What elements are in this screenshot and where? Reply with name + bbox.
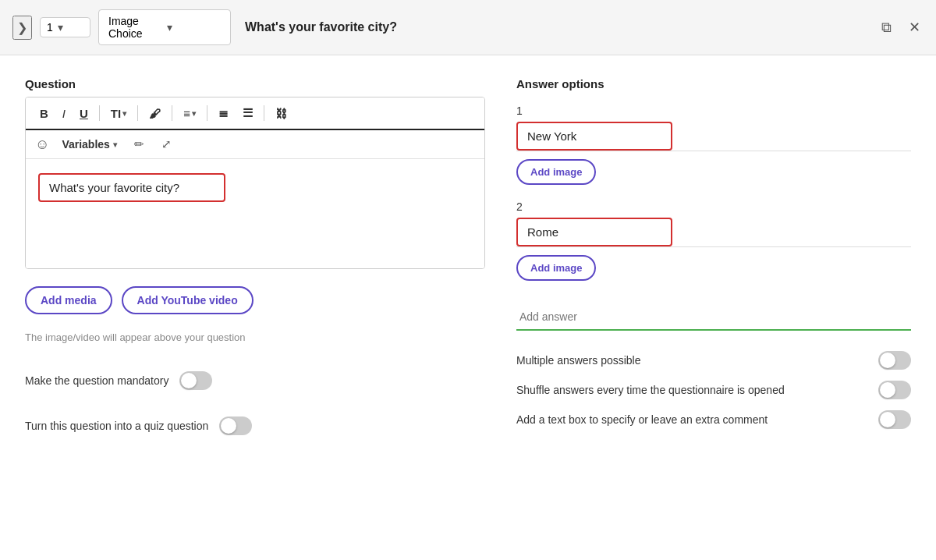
toolbar-row2: ☺ Variables ▾ ✏ ⤢ <box>26 130 484 159</box>
question-text[interactable]: What's your favorite city? <box>38 173 225 202</box>
add-media-button[interactable]: Add media <box>25 286 112 314</box>
separator <box>99 105 100 121</box>
header-actions: ⧉ ✕ <box>878 16 924 39</box>
ordered-list-button[interactable]: ≣ <box>214 104 233 122</box>
question-number-select[interactable]: 1 ▾ <box>40 17 90 37</box>
chevron-down-icon: ▾ <box>113 140 117 149</box>
comment-row: Add a text box to specify or leave an ex… <box>516 410 911 429</box>
question-section: Question B I U TI ▾ 🖌 <box>25 77 485 269</box>
comment-label: Add a text box to specify or leave an ex… <box>516 413 768 426</box>
mandatory-label: Make the question mandatory <box>25 374 168 387</box>
multiple-answers-row: Multiple answers possible <box>516 351 911 370</box>
left-panel: Question B I U TI ▾ 🖌 <box>25 77 485 538</box>
question-type-select[interactable]: Image Choice ▾ <box>98 9 231 45</box>
add-image-button-2[interactable]: Add image <box>516 255 596 281</box>
emoji-button[interactable]: ☺ <box>35 136 49 153</box>
italic-button[interactable]: I <box>58 105 70 122</box>
toolbar-row1: B I U TI ▾ 🖌 ≡ ▾ <box>26 97 484 130</box>
answer-option-1: 1 Add image <box>516 105 911 185</box>
right-panel: Answer options 1 Add image 2 Add image <box>516 77 911 538</box>
editor-wrapper: B I U TI ▾ 🖌 ≡ ▾ <box>25 97 485 269</box>
quiz-toggle-row: Turn this question into a quiz question <box>25 410 485 441</box>
text-size-button[interactable]: TI ▾ <box>106 105 131 122</box>
separator <box>264 105 264 121</box>
close-button[interactable]: ✕ <box>906 16 924 39</box>
answer-input-1[interactable] <box>516 122 672 151</box>
answers-section-label: Answer options <box>516 77 911 90</box>
answer-input-row-2 <box>516 218 911 247</box>
editor-body[interactable]: What's your favorite city? <box>26 159 484 268</box>
separator <box>137 105 138 121</box>
main-container: ❯ 1 ▾ Image Choice ▾ What's your favorit… <box>0 0 936 560</box>
answer-input-2[interactable] <box>516 218 672 246</box>
collapse-button[interactable]: ❯ <box>12 16 32 40</box>
answer-num-1: 1 <box>516 105 911 117</box>
add-image-button-1[interactable]: Add image <box>516 159 596 185</box>
chevron-down-icon: ▾ <box>58 21 63 34</box>
quiz-toggle[interactable] <box>219 416 252 435</box>
mandatory-toggle[interactable] <box>179 371 212 390</box>
content-area: Question B I U TI ▾ 🖌 <box>0 55 936 560</box>
duplicate-button[interactable]: ⧉ <box>878 16 895 39</box>
question-type-label: Image Choice <box>108 15 162 40</box>
paint-button[interactable]: 🖌 <box>144 105 165 122</box>
question-title: What's your favorite city? <box>245 20 397 34</box>
answer-option-2: 2 Add image <box>516 200 911 281</box>
add-youtube-button[interactable]: Add YouTube video <box>122 286 254 314</box>
mandatory-toggle-row: Make the question mandatory <box>25 365 485 396</box>
underline-button[interactable]: U <box>75 105 93 122</box>
variables-button[interactable]: Variables ▾ <box>57 136 122 153</box>
chevron-down-icon: ▾ <box>167 21 221 34</box>
separator <box>172 105 172 121</box>
bold-button[interactable]: B <box>35 105 53 122</box>
unordered-list-button[interactable]: ☰ <box>238 104 257 122</box>
shuffle-answers-toggle[interactable] <box>878 381 911 399</box>
chevron-down-icon: ▾ <box>192 109 196 118</box>
question-number-value: 1 <box>47 21 53 34</box>
pencil-button[interactable]: ✏ <box>129 135 149 154</box>
right-toggles: Multiple answers possible Shuffle answer… <box>516 351 911 429</box>
media-buttons: Add media Add YouTube video <box>25 286 485 314</box>
media-hint: The image/video will appear above your q… <box>25 331 485 343</box>
answer-input-row-1 <box>516 122 911 151</box>
shuffle-answers-row: Shuffle answers every time the questionn… <box>516 381 911 399</box>
answer-num-2: 2 <box>516 200 911 213</box>
quiz-label: Turn this question into a quiz question <box>25 420 208 432</box>
header: ❯ 1 ▾ Image Choice ▾ What's your favorit… <box>0 0 936 55</box>
comment-toggle[interactable] <box>878 410 911 429</box>
separator <box>207 105 207 121</box>
align-button[interactable]: ≡ ▾ <box>179 105 200 122</box>
multiple-answers-label: Multiple answers possible <box>516 354 641 367</box>
shuffle-answers-label: Shuffle answers every time the questionn… <box>516 384 785 396</box>
add-answer-input[interactable] <box>519 310 908 323</box>
chevron-down-icon: ▾ <box>122 109 126 118</box>
link-button[interactable]: ⛓ <box>271 105 292 122</box>
multiple-answers-toggle[interactable] <box>878 351 911 370</box>
expand-button[interactable]: ⤢ <box>157 135 176 154</box>
question-section-label: Question <box>25 77 485 90</box>
add-answer-row <box>516 304 911 331</box>
